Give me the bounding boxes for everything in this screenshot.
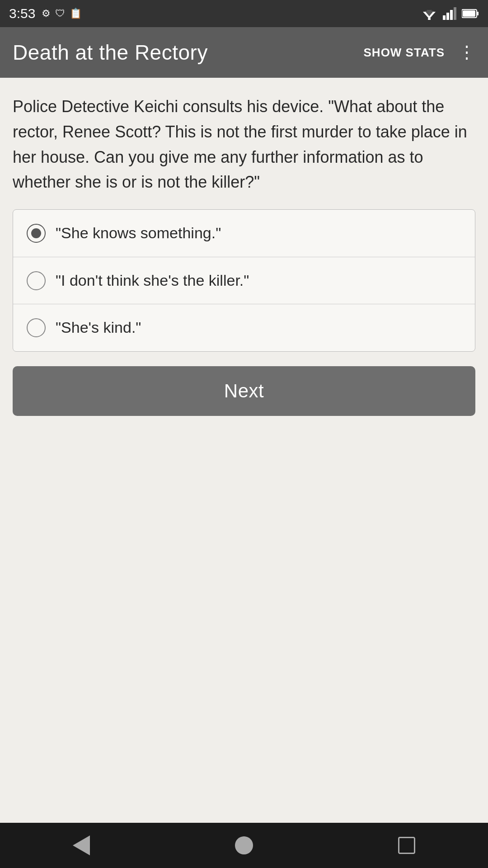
svg-rect-4 xyxy=(443,15,446,20)
svg-rect-7 xyxy=(454,7,456,20)
nav-recent-icon xyxy=(398,837,415,854)
app-bar: Death at the Rectory SHOW STATS ⋮ xyxy=(0,27,488,78)
nav-bar xyxy=(0,823,488,868)
option-3[interactable]: "She's kind." xyxy=(13,304,475,351)
status-bar-right xyxy=(421,7,479,20)
radio-3 xyxy=(27,318,46,337)
radio-2 xyxy=(27,271,46,290)
main-content: Police Detective Keichi consults his dev… xyxy=(0,78,488,823)
overflow-menu-button[interactable]: ⋮ xyxy=(458,44,475,61)
option-2[interactable]: "I don't think she's the killer." xyxy=(13,257,475,305)
radio-1-inner xyxy=(31,228,41,238)
shield-icon: 🛡 xyxy=(55,8,65,19)
svg-rect-10 xyxy=(463,10,475,17)
story-text: Police Detective Keichi consults his dev… xyxy=(13,94,475,195)
show-stats-button[interactable]: SHOW STATS xyxy=(364,46,445,60)
nav-back-icon xyxy=(73,835,90,855)
sim-icon: 📋 xyxy=(70,8,82,19)
battery-icon xyxy=(462,9,479,19)
status-bar: 3:53 ⚙ 🛡 📋 xyxy=(0,0,488,27)
nav-recent-button[interactable] xyxy=(398,837,415,854)
option-3-text: "She's kind." xyxy=(56,317,141,339)
option-2-text: "I don't think she's the killer." xyxy=(56,270,249,292)
svg-rect-5 xyxy=(446,13,449,20)
options-container: "She knows something." "I don't think sh… xyxy=(13,209,475,352)
status-bar-left: 3:53 ⚙ 🛡 📋 xyxy=(9,6,82,21)
next-button[interactable]: Next xyxy=(13,366,475,416)
svg-point-3 xyxy=(428,18,431,20)
nav-back-button[interactable] xyxy=(73,835,90,855)
nav-home-button[interactable] xyxy=(235,836,253,854)
nav-home-icon xyxy=(235,836,253,854)
signal-icon xyxy=(443,7,456,20)
gear-icon: ⚙ xyxy=(42,8,51,19)
status-icons: ⚙ 🛡 📋 xyxy=(42,8,82,19)
radio-1 xyxy=(27,224,46,243)
app-bar-actions: SHOW STATS ⋮ xyxy=(364,44,475,61)
status-time: 3:53 xyxy=(9,6,35,21)
app-title: Death at the Rectory xyxy=(13,40,208,65)
option-1-text: "She knows something." xyxy=(56,222,221,244)
option-1[interactable]: "She knows something." xyxy=(13,210,475,257)
wifi-icon xyxy=(421,7,437,20)
svg-rect-9 xyxy=(477,12,479,15)
svg-rect-6 xyxy=(450,10,453,20)
